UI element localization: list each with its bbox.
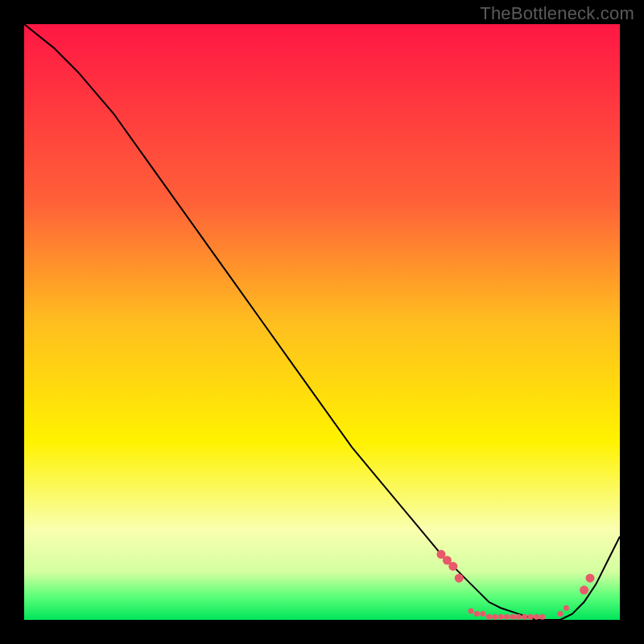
data-point bbox=[455, 574, 464, 583]
data-point bbox=[469, 608, 474, 613]
data-point bbox=[564, 605, 569, 611]
plot-area bbox=[24, 24, 620, 620]
chart-svg bbox=[24, 24, 620, 620]
data-point bbox=[480, 611, 485, 617]
data-point bbox=[448, 562, 457, 571]
data-point bbox=[586, 574, 595, 583]
data-point bbox=[510, 614, 515, 620]
data-point bbox=[474, 611, 480, 617]
data-point bbox=[522, 614, 527, 620]
data-point bbox=[528, 614, 534, 620]
data-point bbox=[539, 614, 545, 620]
data-point bbox=[492, 614, 497, 620]
data-point bbox=[516, 614, 522, 620]
data-point bbox=[558, 611, 564, 617]
data-point bbox=[498, 614, 504, 620]
chart-frame: TheBottleneck.com bbox=[0, 0, 644, 644]
data-point bbox=[534, 614, 539, 620]
watermark-text: TheBottleneck.com bbox=[480, 3, 634, 24]
data-point bbox=[580, 586, 588, 595]
data-point bbox=[504, 614, 510, 620]
data-point bbox=[486, 614, 492, 620]
